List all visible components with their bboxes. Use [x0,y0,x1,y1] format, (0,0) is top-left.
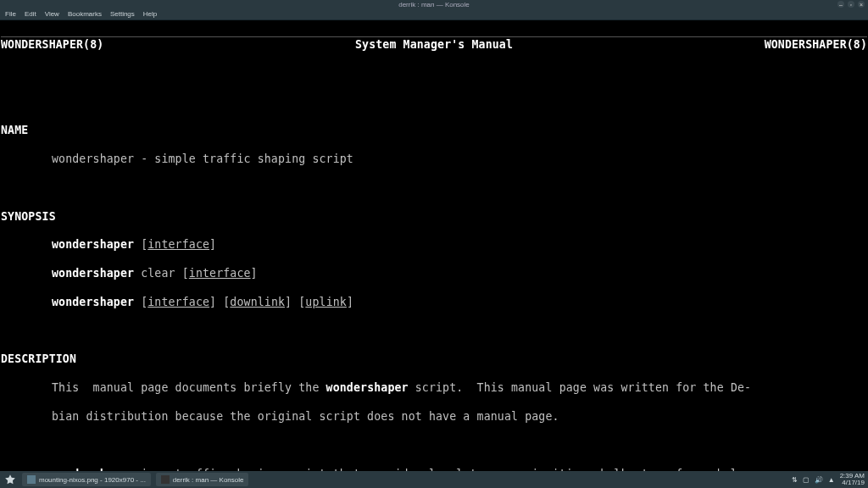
menu-view[interactable]: View [45,10,59,18]
task-konsole[interactable]: derrik : man — Konsole [156,473,249,486]
synopsis-line-1: wondershaper [interface] [1,238,867,252]
menu-help[interactable]: Help [143,10,157,18]
synopsis-line-2: wondershaper clear [interface] [1,267,867,281]
taskbar: mounting-nixos.png - 1920x970 - ... derr… [0,471,868,488]
section-name-title: NAME [1,124,867,138]
network-icon[interactable]: ⇅ [792,476,798,484]
terminal-icon [161,475,170,484]
minimize-button[interactable]: – [837,1,844,8]
description-p1-l1: This manual page documents briefly the w… [1,381,867,396]
description-p1-l2: bian distribution because the original s… [1,410,867,424]
volume-icon[interactable]: 🔊 [815,476,823,484]
start-button[interactable] [3,473,17,486]
menu-bookmarks[interactable]: Bookmarks [68,10,102,18]
clock[interactable]: 2:39 AM 4/17/19 [840,473,865,487]
man-header-right: WONDERSHAPER(8) [765,38,867,53]
section-synopsis-title: SYNOPSIS [1,210,867,225]
clock-date: 4/17/19 [840,480,865,486]
menu-edit[interactable]: Edit [25,10,36,18]
clipboard-icon[interactable]: ▢ [803,476,810,484]
section-description-title: DESCRIPTION [1,352,867,367]
window-titlebar: derrik : man — Konsole – ◦ × [0,0,868,8]
man-header-left: WONDERSHAPER(8) [1,38,103,53]
image-icon [27,475,36,484]
window-title: derrik : man — Konsole [398,1,470,8]
name-line: wondershaper - simple traffic shaping sc… [1,152,867,167]
system-tray: ⇅ ▢ 🔊 ▲ 2:39 AM 4/17/19 [792,473,865,487]
maximize-button[interactable]: ◦ [848,1,854,8]
man-header: WONDERSHAPER(8)System Manager's ManualWO… [1,36,867,53]
terminal-viewport[interactable]: WONDERSHAPER(8)System Manager's ManualWO… [0,20,868,471]
kde-logo-icon [4,474,16,485]
task-label-1: mounting-nixos.png - 1920x970 - ... [39,476,146,484]
chevron-up-icon[interactable]: ▲ [828,476,835,484]
task-image-viewer[interactable]: mounting-nixos.png - 1920x970 - ... [22,473,151,486]
menubar: File Edit View Bookmarks Settings Help [0,8,868,20]
man-header-center: System Manager's Manual [355,38,513,53]
synopsis-line-3: wondershaper [interface] [downlink] [upl… [1,296,867,310]
task-label-2: derrik : man — Konsole [173,476,244,484]
menu-settings[interactable]: Settings [110,10,135,18]
menu-file[interactable]: File [5,10,16,18]
close-button[interactable]: × [858,1,865,8]
